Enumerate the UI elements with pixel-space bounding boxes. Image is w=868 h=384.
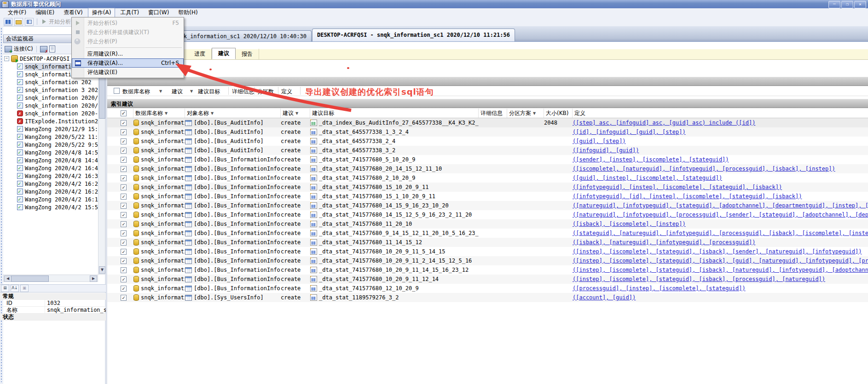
table-row[interactable]: ✓snqk_information_sc1[dbo].[Bus_Informat… — [107, 173, 868, 183]
row-checkbox[interactable]: ✓ — [121, 166, 127, 172]
col-partition-scheme[interactable]: 分区方案▼ — [507, 109, 544, 118]
table-row[interactable]: ✓snqk_information_sc1[dbo].[Bus_Informat… — [107, 265, 868, 275]
open-session-icon[interactable] — [14, 18, 23, 26]
row-checkbox[interactable]: ✓ — [121, 120, 127, 126]
table-row[interactable]: ✓snqk_information_sc1[dbo].[Bus_AuditInf… — [107, 146, 868, 155]
menu-actions[interactable]: 操作(A) — [88, 8, 116, 17]
menu-item-S[interactable]: 开始分析(S)F5 — [72, 18, 184, 28]
table-row[interactable]: ✓snqk_information_sc1[dbo].[Bus_Informat… — [107, 238, 868, 247]
table-row[interactable]: ✓snqk_information_sc1[dbo].[Bus_Informat… — [107, 219, 868, 229]
scrollbar-thumb[interactable] — [11, 275, 49, 282]
row-checkbox[interactable]: ✓ — [121, 184, 127, 190]
layout-icon[interactable] — [25, 18, 34, 26]
col-recommendation[interactable]: 建议▼ — [281, 109, 310, 118]
session-tree-item[interactable]: snqk_information 202 — [3, 78, 98, 86]
menu-tools[interactable]: 工具(T) — [116, 8, 143, 17]
menu-item-A[interactable]: 保存建议(A)...Ctrl+S — [72, 58, 184, 68]
menu-item-P[interactable]: 停止分析(P) — [72, 37, 184, 46]
dropdown-arrow-icon[interactable]: ▼ — [295, 111, 298, 115]
col-size-kb[interactable]: 大小(KB) — [544, 109, 573, 118]
tree-vertical-scrollbar[interactable]: ▲ ▼ — [98, 55, 105, 275]
row-checkbox[interactable]: ✓ — [121, 194, 127, 200]
session-tree-item[interactable]: WangZong 2020/5/22 11:31:51 — [3, 133, 98, 141]
partition-col-definition[interactable]: 定义 — [281, 88, 292, 96]
definition-link[interactable]: ([guid], [instep], [iscomplete], [stateg… — [573, 175, 868, 181]
property-page-icon[interactable]: ▣ — [20, 285, 29, 292]
collapse-icon[interactable]: − — [4, 56, 9, 61]
connect-icon[interactable] — [5, 46, 12, 52]
definition-link[interactable]: ([instep], [iscomplete], [stateguid], [i… — [573, 276, 868, 282]
table-row[interactable]: ✓snqk_information_sc1[dbo].[Bus_Informat… — [107, 284, 868, 293]
row-checkbox[interactable]: ✓ — [121, 249, 127, 255]
scroll-right-icon[interactable]: ▶ — [90, 275, 97, 282]
dropdown-arrow-icon[interactable]: ▼ — [533, 111, 536, 115]
scroll-down-icon[interactable]: ▼ — [99, 266, 105, 274]
row-checkbox[interactable]: ✓ — [121, 212, 127, 218]
sort-alpha-icon[interactable]: A↓ — [11, 285, 19, 292]
table-row[interactable]: ✓snqk_information_sc1[dbo].[Sys_UsersInf… — [107, 293, 868, 302]
menu-item-R[interactable]: 应用建议(R)... — [72, 49, 184, 58]
definition-link[interactable]: ([sender], [instep], [iscomplete], [stat… — [573, 156, 868, 163]
definition-link[interactable]: ([iscomplete], [natureguid], [infotypegu… — [573, 166, 868, 172]
row-checkbox[interactable]: ✓ — [121, 203, 127, 209]
start-analysis-button[interactable]: 开始分析 — [49, 18, 71, 26]
partition-col-recommendation[interactable]: 建议 — [172, 88, 183, 96]
definition-link[interactable]: ([instep], [iscomplete], [stateguid], [i… — [573, 248, 868, 255]
session-tab-active[interactable]: DESKTOP-ACRFQSI - snqk_information_sc1 2… — [312, 29, 515, 41]
table-row[interactable]: ✓snqk_information_sc1[dbo].[Bus_Informat… — [107, 155, 868, 164]
definition-link[interactable]: ([id], [infoguid], [guid], [step]) — [573, 129, 868, 135]
session-tree-item[interactable]: snqk_information 2020-12-10 09:4 — [3, 109, 98, 117]
table-row[interactable]: ✓snqk_information_sc1[dbo].[Bus_Informat… — [107, 183, 868, 192]
definition-link[interactable]: ([natureguid], [infotypeguid], [stategui… — [573, 202, 868, 209]
session-tree-item[interactable]: snqk_information 2020/12/10 9:47 — [3, 102, 98, 109]
table-row[interactable]: ✓snqk_information_sc1[dbo].[Bus_Informat… — [107, 229, 868, 238]
tree-horizontal-scrollbar[interactable]: ◀ ▶ — [3, 275, 98, 282]
col-details[interactable]: 详细信息 — [479, 109, 507, 118]
row-checkbox[interactable]: ✓ — [121, 221, 127, 227]
tab-recommendations[interactable]: 建议 — [212, 48, 236, 59]
disconnect-icon[interactable] — [40, 46, 47, 52]
maximize-button[interactable]: ❐ — [841, 1, 853, 8]
definition-link[interactable]: ([guid], [step]) — [573, 138, 868, 144]
definition-link[interactable]: ([isback], [natureguid], [infotypeguid],… — [573, 239, 868, 246]
dropdown-arrow-icon[interactable]: ▼ — [165, 111, 168, 115]
property-row-name[interactable]: 名称 snqk_information_sc1 20 — [0, 307, 106, 314]
session-tree-item[interactable]: snqk_information 3 2020/12/10 — [3, 86, 98, 94]
session-tree-item[interactable]: WangZong 2020/4/2 16:43:42 — [3, 164, 98, 172]
definition-link[interactable]: ([isback], [iscomplete], [instep]) — [573, 221, 868, 227]
partition-col-details[interactable]: 详细信息 — [232, 88, 254, 96]
menu-view[interactable]: 查看(V) — [59, 8, 87, 17]
session-tree-item[interactable]: snqk_information 2020/12/10 10:0 — [3, 94, 98, 102]
close-button[interactable]: ✕ — [854, 1, 866, 8]
session-tree-item[interactable]: ITExplode.Institution2020-12-9 1 — [3, 117, 98, 125]
row-checkbox[interactable]: ✓ — [121, 267, 127, 273]
dropdown-arrow-icon[interactable]: ▼ — [159, 89, 162, 93]
definition-link[interactable]: ([processguid], [instep], [iscomplete], … — [573, 285, 868, 292]
row-checkbox[interactable]: ✓ — [121, 129, 127, 135]
partition-col-database[interactable]: 数据库名称 — [122, 88, 150, 96]
table-row[interactable]: ✓snqk_information_sc1[dbo].[Bus_AuditInf… — [107, 118, 868, 127]
row-checkbox[interactable]: ✓ — [121, 276, 127, 282]
row-checkbox[interactable]: ✓ — [121, 258, 127, 264]
col-object[interactable]: 对象名称▼ — [185, 109, 281, 118]
definition-link[interactable]: ([infotypeguid], [instep], [iscomplete],… — [573, 184, 868, 190]
row-checkbox[interactable]: ✓ — [121, 138, 127, 144]
definition-link[interactable]: ([step] asc, [infoguid] asc, [guid] asc)… — [573, 120, 868, 126]
partition-select-all-checkbox[interactable] — [114, 88, 120, 94]
property-row-id[interactable]: ID 1032 — [0, 300, 106, 307]
refresh-icon[interactable] — [49, 46, 55, 52]
scroll-left-icon[interactable]: ◀ — [4, 275, 12, 282]
col-target[interactable]: 建议目标 — [310, 109, 479, 118]
minimize-button[interactable]: ─ — [828, 1, 840, 8]
definition-link[interactable]: ([instep], [iscomplete], [stateguid], [i… — [573, 258, 868, 264]
definition-link[interactable]: ([stateguid], [natureguid], [infotypegui… — [573, 230, 868, 236]
row-checkbox[interactable]: ✓ — [121, 240, 127, 246]
dock-handle[interactable] — [0, 26, 3, 384]
session-tree-item[interactable]: WangZong 2020/4/2 15:56:57 — [3, 203, 98, 211]
select-all-checkbox[interactable]: ✓ — [121, 110, 127, 116]
session-tree-item[interactable]: WangZong 2020/4/8 14:49:39 — [3, 156, 98, 164]
table-row[interactable]: ✓snqk_information_sc1[dbo].[Bus_AuditInf… — [107, 137, 868, 146]
session-tree-item[interactable]: WangZong 2020/4/2 16:36:43 — [3, 172, 98, 180]
dropdown-arrow-icon[interactable]: ▼ — [190, 89, 193, 93]
table-row[interactable]: ✓snqk_information_sc1[dbo].[Bus_Informat… — [107, 192, 868, 201]
